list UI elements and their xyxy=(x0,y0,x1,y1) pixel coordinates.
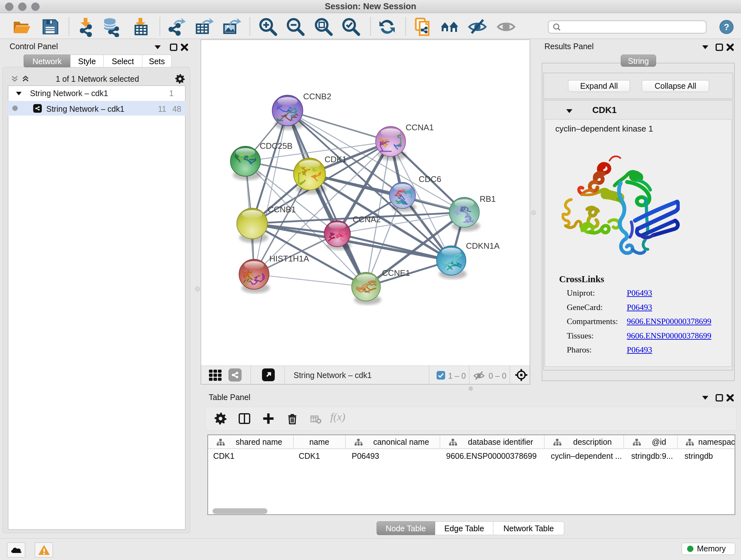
svg-text:CCNA1: CCNA1 xyxy=(406,123,434,132)
svg-text:HIST1H1A: HIST1H1A xyxy=(269,254,309,263)
svg-text:?: ? xyxy=(724,22,729,32)
svg-text:CCNE1: CCNE1 xyxy=(382,268,410,278)
svg-text:CDC6: CDC6 xyxy=(419,174,441,184)
svg-text:CCNB1: CCNB1 xyxy=(268,205,296,214)
svg-text:CCNB2: CCNB2 xyxy=(303,91,331,101)
svg-text:RB1: RB1 xyxy=(480,194,496,204)
svg-text:CDK1: CDK1 xyxy=(325,154,347,164)
svg-text:CDKN1A: CDKN1A xyxy=(466,241,500,251)
svg-text:CCNA2: CCNA2 xyxy=(353,214,381,224)
svg-text:CDC25B: CDC25B xyxy=(260,141,293,151)
